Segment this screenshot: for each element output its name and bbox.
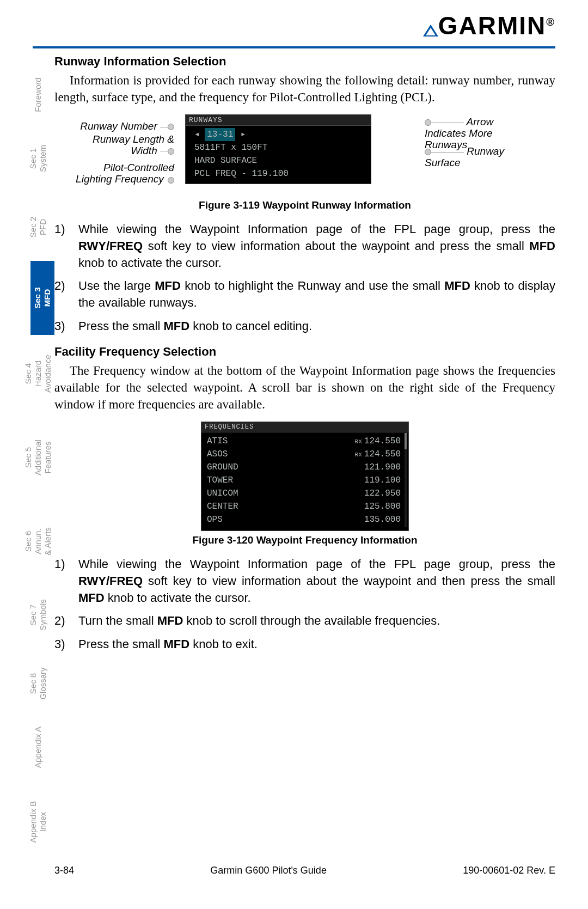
tab-sec5-additional[interactable]: Sec 5AdditionalFeatures (23, 425, 53, 490)
para-runway-info: Information is provided for each runway … (54, 72, 555, 106)
freq-row: ATISRX124.550 (207, 435, 401, 448)
step-3: 3)Press the small MFD knob to cancel edi… (54, 318, 555, 335)
brand-text: GARMIN (438, 11, 547, 40)
freq-scrollbar[interactable] (405, 433, 407, 527)
freq-row: TOWER119.100 (207, 474, 401, 487)
steps-frequency: 1)While viewing the Waypoint Information… (54, 556, 555, 653)
callout-runway-number: Runway Number (71, 121, 174, 132)
header-rule (33, 46, 555, 48)
callout-runway-length: Runway Length & Width (71, 134, 174, 157)
tab-appendix-a[interactable]: Appendix A (33, 715, 43, 780)
scrollbar-thumb[interactable] (405, 433, 407, 449)
figure-caption-120: Figure 3-120 Waypoint Frequency Informat… (54, 534, 555, 546)
runway-dims: 5811FT x 150FT (194, 141, 365, 154)
footer: 3-84 Garmin G600 Pilot's Guide 190-00601… (54, 865, 555, 876)
para-facility-freq: The Frequency window at the bottom of th… (54, 362, 555, 413)
freq-row: OPS135.000 (207, 513, 401, 526)
runway-display-box: RUNWAYS ◂ 13-31 ▸ 5811FT x 150FT HARD SU… (185, 114, 371, 184)
tab-sec2-pfd[interactable]: Sec 2PFD (28, 194, 48, 260)
runway-id-row: ◂ 13-31 ▸ (194, 128, 365, 141)
callout-surface: Runway Surface (425, 146, 512, 169)
figure-runway: Runway Number Runway Length & Width Pilo… (54, 114, 555, 196)
freq-row: CENTER125.800 (207, 500, 401, 513)
tab-sec7-symbols[interactable]: Sec 7Symbols (28, 582, 48, 648)
doc-title: Garmin G600 Pilot's Guide (210, 865, 327, 876)
step-2: 2)Use the large MFD knob to highlight th… (54, 278, 555, 312)
heading-runway-info: Runway Information Selection (54, 54, 555, 69)
step-2b: 2)Turn the small MFD knob to scroll thro… (54, 613, 555, 630)
freq-box-title: FREQUENCIES (201, 422, 408, 432)
heading-facility-freq: Facility Frequency Selection (54, 345, 555, 359)
runway-pcl-freq: PCL FREQ - 119.100 (194, 167, 365, 180)
tab-sec8-glossary[interactable]: Sec 8Glossary (28, 651, 48, 716)
tab-foreword[interactable]: Foreword (33, 62, 43, 127)
step-1: 1)While viewing the Waypoint Information… (54, 221, 555, 271)
figure-caption-119: Figure 3-119 Waypoint Runway Information (54, 199, 555, 211)
tab-appendix-b[interactable]: Appendix BIndex (28, 789, 48, 855)
freq-row: ASOSRX124.550 (207, 448, 401, 461)
tab-sec4-hazard[interactable]: Sec 4HazardAvoidance (23, 341, 53, 406)
callout-pcl: Pilot-Controlled Lighting Frequency (71, 162, 174, 197)
section-tabs: Foreword Sec 1System Sec 2PFD Sec 3MFD S… (27, 71, 49, 881)
page-number: 3-84 (54, 865, 74, 876)
freq-row: UNICOM122.950 (207, 487, 401, 500)
brand-logo: GARMIN® (423, 11, 555, 42)
tab-sec6-annun[interactable]: Sec 6Annun.& Alerts (23, 509, 53, 574)
frequency-display-box: FREQUENCIES ATISRX124.550ASOSRX124.550GR… (201, 422, 409, 531)
tab-sec3-mfd[interactable]: Sec 3MFD (30, 261, 54, 335)
steps-runway: 1)While viewing the Waypoint Information… (54, 221, 555, 335)
doc-rev: 190-00601-02 Rev. E (463, 865, 555, 876)
tab-sec1-system[interactable]: Sec 1System (28, 126, 48, 191)
main-content: Runway Information Selection Information… (54, 54, 555, 663)
logo-delta-icon (423, 13, 438, 42)
runway-box-title: RUNWAYS (186, 115, 371, 126)
step-3b: 3)Press the small MFD knob to exit. (54, 636, 555, 653)
step-1b: 1)While viewing the Waypoint Information… (54, 556, 555, 606)
runway-surface: HARD SURFACE (194, 154, 365, 167)
freq-row: GROUND121.900 (207, 461, 401, 474)
runway-id-selected[interactable]: 13-31 (205, 128, 235, 141)
